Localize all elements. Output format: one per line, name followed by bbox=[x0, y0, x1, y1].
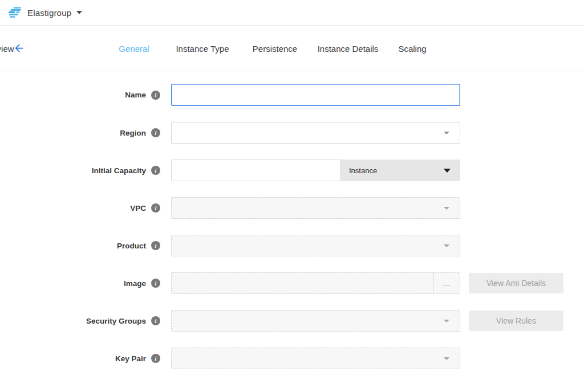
info-icon[interactable]: i bbox=[151, 354, 160, 363]
tab-instance-details[interactable]: Instance Details bbox=[318, 43, 379, 53]
form-row-product: Product i bbox=[0, 235, 584, 256]
image-label: Image bbox=[124, 279, 146, 288]
region-label: Region bbox=[120, 129, 146, 137]
info-icon[interactable]: i bbox=[151, 91, 160, 100]
chevron-down-icon bbox=[444, 357, 449, 360]
info-icon[interactable]: i bbox=[151, 166, 160, 175]
tab-persistence[interactable]: Persistence bbox=[253, 43, 297, 53]
tab-instance-type[interactable]: Instance Type bbox=[176, 43, 229, 53]
elastigroup-logo-icon bbox=[6, 7, 23, 18]
wizard-tab-bar: General Instance Type Persistence Instan… bbox=[0, 26, 584, 71]
back-button[interactable] bbox=[12, 42, 26, 55]
image-value bbox=[172, 273, 433, 293]
vpc-select[interactable] bbox=[171, 197, 460, 219]
key-pair-label: Key Pair bbox=[115, 354, 146, 363]
info-icon[interactable]: i bbox=[151, 241, 160, 250]
initial-capacity-input[interactable] bbox=[171, 160, 340, 181]
name-input[interactable] bbox=[171, 84, 460, 106]
view-rules-button[interactable]: View Rules bbox=[469, 311, 563, 331]
region-select[interactable] bbox=[171, 122, 460, 144]
security-groups-label: Security Groups bbox=[86, 317, 146, 325]
browse-ami-button[interactable]: ... bbox=[433, 273, 460, 293]
form-row-image: Image i ... View Ami Details bbox=[0, 272, 584, 294]
tab-general[interactable]: General bbox=[119, 43, 149, 53]
initial-capacity-label: Initial Capacity bbox=[92, 166, 146, 175]
app-switcher[interactable]: Elastigroup bbox=[27, 8, 82, 18]
form-row-initial-capacity: Initial Capacity i Instance bbox=[0, 160, 584, 181]
security-groups-select[interactable] bbox=[171, 310, 460, 332]
view-ami-details-button[interactable]: View Ami Details bbox=[469, 273, 563, 293]
form-row-key-pair: Key Pair i bbox=[0, 348, 584, 369]
tab-review[interactable]: Review bbox=[0, 43, 14, 53]
name-label: Name bbox=[125, 91, 146, 99]
vpc-label: VPC bbox=[130, 204, 146, 213]
info-icon[interactable]: i bbox=[151, 316, 160, 325]
tab-scaling[interactable]: Scaling bbox=[398, 43, 426, 53]
form-row-name: Name i bbox=[0, 84, 584, 106]
chevron-down-icon bbox=[76, 11, 82, 14]
app-header: Elastigroup bbox=[0, 0, 584, 26]
arrow-left-icon bbox=[13, 42, 25, 54]
product-select[interactable] bbox=[171, 235, 460, 256]
chevron-down-icon bbox=[444, 132, 449, 134]
info-icon[interactable]: i bbox=[151, 128, 160, 137]
app-title: Elastigroup bbox=[27, 8, 71, 18]
capacity-unit-select[interactable]: Instance bbox=[340, 160, 460, 181]
form-row-vpc: VPC i bbox=[0, 197, 584, 219]
form-row-region: Region i bbox=[0, 122, 584, 144]
general-settings-form: Name i Region i Initial Capacity i bbox=[0, 71, 584, 369]
chevron-down-icon bbox=[444, 207, 449, 210]
chevron-down-icon bbox=[444, 320, 449, 322]
chevron-down-icon bbox=[444, 244, 449, 247]
form-row-security-groups: Security Groups i View Rules bbox=[0, 310, 584, 332]
chevron-down-icon bbox=[444, 169, 451, 173]
info-icon[interactable]: i bbox=[151, 203, 160, 213]
info-icon[interactable]: i bbox=[151, 279, 160, 288]
product-label: Product bbox=[117, 242, 146, 250]
key-pair-select[interactable] bbox=[171, 348, 460, 369]
capacity-unit-value: Instance bbox=[349, 166, 377, 175]
image-input[interactable]: ... bbox=[171, 272, 460, 294]
